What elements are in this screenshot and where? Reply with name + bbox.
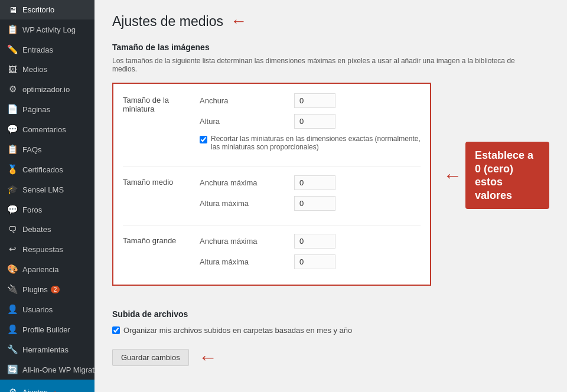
sidebar-item-allinone[interactable]: 🔄 All-in-One WP Migration: [0, 360, 94, 380]
sidebar-item-wp-activity-log[interactable]: 📋 WP Activity Log: [0, 19, 94, 40]
sidebar-item-entradas[interactable]: ✏️ Entradas: [0, 40, 94, 60]
sidebar-item-ajustes[interactable]: ⚙ Ajustes ←: [0, 380, 94, 392]
large-label: Tamaño grande: [123, 236, 176, 245]
medium-max-height-label: Altura máxima: [200, 199, 294, 208]
large-max-height-input[interactable]: [294, 254, 335, 269]
certificados-icon: 🏅: [7, 164, 18, 175]
sidebar-item-optimizador[interactable]: ⚙ optimizador.io: [0, 79, 94, 99]
sidebar-item-escritorio[interactable]: 🖥 Escritorio: [0, 0, 94, 19]
sidebar-item-apariencia[interactable]: 🎨 Apariencia: [0, 259, 94, 279]
thumbnail-width-input[interactable]: [294, 93, 335, 108]
medium-max-width-input[interactable]: [294, 175, 335, 190]
save-button[interactable]: Guardar cambios: [112, 349, 189, 366]
sidebar-item-respuestas[interactable]: ↩ Respuestas: [0, 239, 94, 259]
upload-organize-row: Organizar mis archivos subidos en carpet…: [112, 326, 549, 335]
sidebar-item-medios[interactable]: 🖼 Medios: [0, 60, 94, 79]
image-sizes-desc: Los tamaños de la siguiente lista determ…: [112, 57, 526, 73]
sidebar-item-comentarios[interactable]: 💬 Comentarios: [0, 119, 94, 139]
sensei-icon: 🎓: [7, 184, 18, 195]
thumbnail-height-input[interactable]: [294, 114, 335, 129]
annotation-text-box: Establece a 0 (cero) estos valores: [465, 142, 549, 209]
thumbnail-label: Tamaño de la miniatura: [123, 96, 169, 113]
profile-builder-icon: 👤: [7, 324, 18, 335]
sidebar-item-certificados[interactable]: 🏅 Certificados: [0, 159, 94, 179]
thumbnail-crop-label: Recortar las miniaturas en las dimension…: [211, 135, 421, 151]
faqs-icon: 📋: [7, 144, 18, 155]
apariencia-icon: 🎨: [7, 264, 18, 275]
large-max-width-row: Anchura máxima: [200, 234, 421, 249]
sidebar: 🖥 Escritorio 📋 WP Activity Log ✏️ Entrad…: [0, 0, 94, 392]
sidebar-item-foros[interactable]: 💬 Foros: [0, 200, 94, 220]
sidebar-item-profile-builder[interactable]: 👤 Profile Builder: [0, 319, 94, 339]
image-sizes-title: Tamaño de las imágenes: [112, 43, 549, 52]
settings-arrow-annotation: ←: [443, 165, 462, 187]
save-row: Guardar cambios ←: [112, 347, 549, 368]
herramientas-icon: 🔧: [7, 344, 18, 355]
foros-icon: 💬: [7, 204, 18, 215]
page-title-row: Ajustes de medios ←: [112, 12, 549, 31]
paginas-icon: 📄: [7, 104, 18, 115]
main-content: Ajustes de medios ← Tamaño de las imágen…: [94, 0, 567, 392]
sidebar-item-sensei-lms[interactable]: 🎓 Sensei LMS: [0, 179, 94, 200]
activity-log-icon: 📋: [7, 24, 18, 35]
comentarios-icon: 💬: [7, 124, 18, 135]
sidebar-item-debates[interactable]: 🗨 Debates: [0, 220, 94, 239]
sidebar-item-plugins[interactable]: 🔌 Plugins 2: [0, 279, 94, 299]
optimizador-icon: ⚙: [7, 84, 18, 94]
upload-section: Subida de archivos Organizar mis archivo…: [112, 309, 549, 335]
respuestas-icon: ↩: [7, 244, 18, 254]
medios-icon: 🖼: [7, 64, 18, 74]
usuarios-icon: 👤: [7, 304, 18, 315]
page-title: Ajustes de medios: [112, 14, 223, 30]
sidebar-item-usuarios[interactable]: 👤 Usuarios: [0, 299, 94, 319]
large-max-height-row: Altura máxima: [200, 254, 421, 269]
plugins-badge: 2: [51, 286, 60, 293]
thumbnail-width-row: Anchura: [200, 93, 421, 108]
medium-max-height-row: Altura máxima: [200, 196, 421, 211]
entradas-icon: ✏️: [7, 44, 18, 55]
upload-organize-label: Organizar mis archivos subidos en carpet…: [123, 326, 352, 335]
allinone-icon: 🔄: [7, 364, 18, 375]
ajustes-icon: ⚙: [7, 387, 18, 392]
plugins-icon: 🔌: [7, 284, 18, 295]
thumbnail-height-row: Altura: [200, 114, 421, 129]
upload-title: Subida de archivos: [112, 309, 549, 319]
sidebar-item-herramientas[interactable]: 🔧 Herramientas: [0, 339, 94, 360]
ajustes-arrow-annotation: ←: [51, 384, 64, 392]
thumbnail-height-label: Altura: [200, 117, 294, 126]
escritorio-icon: 🖥: [7, 5, 18, 15]
large-max-height-label: Altura máxima: [200, 257, 294, 266]
large-max-width-label: Anchura máxima: [200, 237, 294, 246]
save-arrow-annotation: ←: [198, 347, 217, 368]
medium-max-width-row: Anchura máxima: [200, 175, 421, 190]
title-arrow-annotation: ←: [230, 12, 247, 31]
sidebar-item-paginas[interactable]: 📄 Páginas: [0, 99, 94, 119]
thumbnail-crop-checkbox[interactable]: [200, 136, 207, 143]
upload-organize-checkbox[interactable]: [112, 326, 120, 334]
medium-max-width-label: Anchura máxima: [200, 178, 294, 187]
thumbnail-crop-row: Recortar las miniaturas en las dimension…: [200, 135, 421, 151]
sidebar-item-faqs[interactable]: 📋 FAQs: [0, 139, 94, 159]
medium-max-height-input[interactable]: [294, 196, 335, 211]
image-sizes-box: Tamaño de la miniatura Anchura Altura: [112, 83, 431, 286]
large-max-width-input[interactable]: [294, 234, 335, 249]
debates-icon: 🗨: [7, 224, 18, 234]
thumbnail-width-label: Anchura: [200, 96, 294, 105]
medium-label: Tamaño medio: [123, 178, 173, 187]
